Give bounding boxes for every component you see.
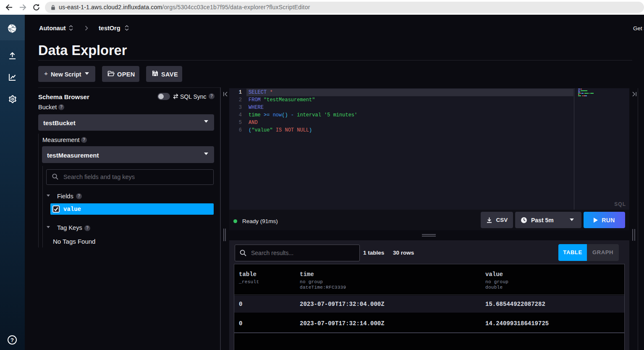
svg-text:?: ?	[10, 337, 14, 343]
